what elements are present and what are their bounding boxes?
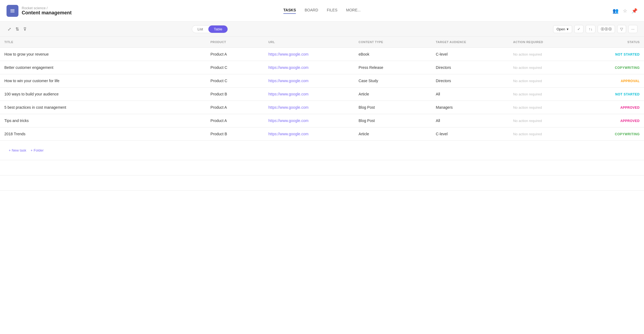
columns-button[interactable]: ⦿⦿⦿ [598,25,615,33]
tab-files[interactable]: FILES [327,8,337,14]
add-folder-button[interactable]: + Folder [31,148,44,152]
col-header-action-required: ACTION REQUIRED [509,37,599,48]
task-table-container: TITLE PRODUCT URL CONTENT TYPE TARGET AU… [0,37,644,191]
cell-content-type: eBook [354,48,432,61]
cell-content-type: Press Release [354,61,432,74]
cell-target-audience: C-level [432,48,509,61]
url-link[interactable]: https://www.google.com [268,118,308,123]
empty-cell [0,160,644,175]
tab-board[interactable]: BOARD [305,8,318,14]
table-row[interactable]: How to win your customer for life Produc… [0,74,644,88]
cell-product: Product C [206,74,264,88]
cell-target-audience: Managers [432,101,509,114]
empty-row [0,175,644,191]
table-row[interactable]: 100 ways to build your audience Product … [0,88,644,101]
cell-title: 2018 Trends [0,127,206,141]
url-link[interactable]: https://www.google.com [268,65,308,70]
cell-url[interactable]: https://www.google.com [264,114,354,127]
project-info: Rocket science / Content management [22,6,72,16]
open-label: Open [557,27,565,31]
checkbox-icon-button[interactable]: ✓ [574,25,584,33]
filter-button[interactable]: ⊽ [22,25,28,33]
cell-status: NOT STARTED [599,48,644,61]
table-row[interactable]: Better customer engagement Product C htt… [0,61,644,74]
url-link[interactable]: https://www.google.com [268,52,308,56]
table-row[interactable]: How to grow your revenue Product A https… [0,48,644,61]
status-badge: COPYWRITING [615,132,640,136]
cell-title: How to win your customer for life [0,74,206,88]
empty-cell [0,175,644,191]
header-actions: 👥 ☆ 📌 [613,8,637,14]
cell-status: APPROVED [599,101,644,114]
table-header: TITLE PRODUCT URL CONTENT TYPE TARGET AU… [0,37,644,48]
cell-action-required: No action required [509,127,599,141]
expand-button[interactable]: ⤢ [7,25,12,33]
url-link[interactable]: https://www.google.com [268,132,308,136]
open-dropdown[interactable]: Open ▾ [553,25,572,33]
cell-content-type: Case Study [354,74,432,88]
filter2-button[interactable]: ▽ [617,25,626,33]
cell-product: Product C [206,61,264,74]
table-view-button[interactable]: Table [208,25,228,33]
cell-url[interactable]: https://www.google.com [264,101,354,114]
cell-status: NOT STARTED [599,88,644,101]
table-row[interactable]: Tips and tricks Product A https://www.go… [0,114,644,127]
project-title: Content management [22,10,72,16]
cell-product: Product A [206,101,264,114]
people-icon[interactable]: 👥 [613,8,619,14]
col-header-url: URL [264,37,354,48]
toolbar-right: Open ▾ ✓ ↑↓ ⦿⦿⦿ ▽ ··· [553,25,637,33]
cell-product: Product A [206,48,264,61]
empty-row [0,160,644,175]
cell-target-audience: All [432,114,509,127]
cell-url[interactable]: https://www.google.com [264,127,354,141]
cell-action-required: No action required [509,101,599,114]
table-row[interactable]: 5 best practices in cost management Prod… [0,101,644,114]
main-nav: TASKS BOARD FILES MORE... [283,8,361,14]
cell-content-type: Article [354,127,432,141]
cell-status: COPYWRITING [599,61,644,74]
list-view-button[interactable]: List [192,25,208,33]
cell-action-required: No action required [509,74,599,88]
sort-arrows-button[interactable]: ↑↓ [586,25,595,33]
cell-title: Better customer engagement [0,61,206,74]
col-header-title: TITLE [0,37,206,48]
cell-status: APPROVAL [599,74,644,88]
cell-content-type: Blog Post [354,101,432,114]
cell-product: Product B [206,88,264,101]
cell-action-required: No action required [509,114,599,127]
cell-product: Product A [206,114,264,127]
tab-tasks[interactable]: TASKS [283,8,296,14]
add-task-button[interactable]: + New task [9,148,26,152]
logo-area: Rocket science / Content management [7,5,72,17]
col-header-status: STATUS [599,37,644,48]
url-link[interactable]: https://www.google.com [268,79,308,83]
url-link[interactable]: https://www.google.com [268,105,308,110]
url-link[interactable]: https://www.google.com [268,92,308,96]
status-badge: NOT STARTED [615,53,640,56]
cell-url[interactable]: https://www.google.com [264,74,354,88]
cell-url[interactable]: https://www.google.com [264,61,354,74]
status-badge: NOT STARTED [615,92,640,96]
toolbar-left: ⤢ ⇅ ⊽ [7,25,28,33]
add-row-cell: + New task + Folder [0,141,644,160]
cell-target-audience: All [432,88,509,101]
chevron-down-icon: ▾ [567,27,569,31]
star-icon[interactable]: ☆ [623,8,627,14]
cell-action-required: No action required [509,61,599,74]
cell-url[interactable]: https://www.google.com [264,48,354,61]
cell-title: 5 best practices in cost management [0,101,206,114]
status-badge: APPROVAL [621,79,640,83]
cell-url[interactable]: https://www.google.com [264,88,354,101]
tab-more[interactable]: MORE... [346,8,361,14]
cell-product: Product B [206,127,264,141]
cell-title: 100 ways to build your audience [0,88,206,101]
more-options-button[interactable]: ··· [628,25,637,33]
add-row: + New task + Folder [0,141,644,160]
table-row[interactable]: 2018 Trends Product B https://www.google… [0,127,644,141]
header: Rocket science / Content management TASK… [0,0,644,22]
cell-target-audience: Directors [432,74,509,88]
view-toggle: List Table [192,25,228,33]
sort-button[interactable]: ⇅ [14,25,20,33]
pin-icon[interactable]: 📌 [632,8,637,14]
